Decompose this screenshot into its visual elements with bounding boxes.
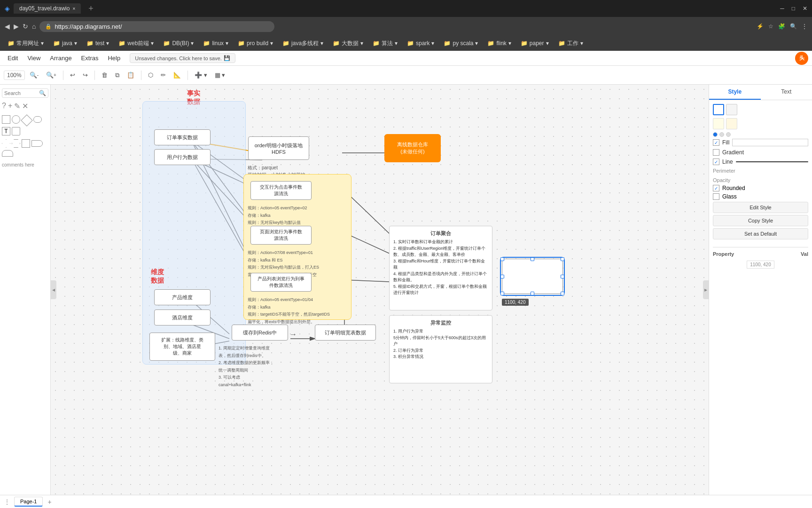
lightning-icon[interactable]: ⚡: [757, 23, 764, 30]
text-tab[interactable]: Text: [761, 85, 812, 100]
collapse-right-btn[interactable]: ▶: [703, 280, 709, 299]
shape-search-input[interactable]: [4, 90, 39, 96]
close-btn[interactable]: ✕: [803, 5, 807, 12]
canvas-area[interactable]: 事实 数据 订单事实数据 用户行为数据 order明细小时级落地HDFS 格式：…: [51, 85, 709, 495]
unsaved-changes-btn[interactable]: Unsaved changes. Click here to save. 💾: [130, 53, 235, 63]
menu-view[interactable]: View: [23, 53, 44, 64]
rounded-rect-shape[interactable]: [12, 127, 20, 135]
page-1-tab[interactable]: Page-1: [14, 497, 43, 507]
hotel-dim-box[interactable]: 酒店维度: [154, 310, 211, 325]
close-panel-icon[interactable]: ✕: [22, 102, 28, 111]
minimize-btn[interactable]: ─: [780, 5, 784, 12]
handle-mr[interactable]: [561, 275, 564, 278]
offline-warehouse-box[interactable]: 离线数据仓库(未做任何): [384, 134, 441, 162]
product-dim-box[interactable]: 产品维度: [154, 289, 211, 305]
fill-checkbox[interactable]: [713, 139, 719, 146]
redo-btn[interactable]: ↪: [80, 70, 91, 80]
browser-tab[interactable]: day05_travel.drawio ×: [14, 3, 81, 14]
extensions-icon[interactable]: 🧩: [778, 23, 785, 30]
gradient-checkbox[interactable]: [713, 149, 719, 156]
traffic-click-box[interactable]: 交互行为点击事件数源清洗: [250, 181, 312, 200]
zoom-level[interactable]: 100%: [4, 71, 25, 80]
handle-ml[interactable]: [500, 275, 504, 278]
arc-shape[interactable]: [2, 150, 13, 157]
delete-btn[interactable]: 🗑: [99, 70, 110, 80]
add-btn[interactable]: ➕ ▾: [192, 70, 210, 80]
line-checkbox[interactable]: [713, 159, 719, 165]
bookmark-db[interactable]: 📁 DB(BI) ▾: [159, 39, 197, 48]
bookmark-algo[interactable]: 📁 算法 ▾: [369, 39, 401, 48]
bookmark-bigdata[interactable]: 📁 大数据 ▾: [329, 39, 367, 48]
bookmark-probuild[interactable]: 📁 pro build ▾: [234, 39, 277, 48]
text-shape[interactable]: T: [2, 127, 10, 135]
edit-shape-icon[interactable]: ✎: [14, 102, 20, 111]
bookmark-changyong[interactable]: 📁 常用网址 ▾: [4, 39, 47, 48]
hdfs-box[interactable]: order明细小时级落地HDFS: [248, 136, 309, 160]
user-avatar[interactable]: 头: [795, 52, 808, 65]
product-list-box[interactable]: 产品列表浏览行为到事件数源清洗: [250, 273, 312, 292]
rounded-checkbox[interactable]: [713, 185, 719, 191]
bookmark-webfront[interactable]: 📁 web前端 ▾: [115, 39, 157, 48]
glass-checkbox[interactable]: [713, 193, 719, 200]
bookmark-java-thread[interactable]: 📁 java多线程 ▾: [279, 39, 327, 48]
handle-br[interactable]: [561, 292, 564, 295]
redis-box[interactable]: 缓存到Redis中: [232, 325, 288, 341]
shape-btn[interactable]: 📐: [171, 70, 184, 80]
tab-close[interactable]: ×: [72, 6, 75, 11]
selected-empty-box[interactable]: [502, 259, 563, 294]
paste-btn[interactable]: 📋: [124, 70, 137, 80]
menu-help[interactable]: Help: [104, 53, 124, 64]
add-shape-icon[interactable]: +: [8, 102, 12, 111]
order-fact-box[interactable]: 订单事实数据: [154, 129, 211, 145]
handle-bl[interactable]: [500, 292, 504, 295]
bookmark-paper[interactable]: 📁 paper ▾: [517, 39, 553, 48]
lightyellow-swatch[interactable]: [713, 118, 724, 129]
bookmark-pyscala[interactable]: 📁 py scala ▾: [440, 39, 482, 48]
copy-btn[interactable]: ⧉: [112, 70, 122, 81]
handle-tl[interactable]: [500, 257, 504, 261]
order-detail-box[interactable]: 订单明细宽表数据: [315, 325, 376, 341]
select-btn[interactable]: ⬡: [145, 70, 156, 80]
page-browse-box[interactable]: 页面浏览行为事件数源清洗: [250, 226, 312, 245]
new-tab-btn[interactable]: +: [88, 4, 94, 14]
search-icon[interactable]: 🔍: [790, 23, 797, 30]
copy-style-btn[interactable]: Copy Style: [713, 215, 808, 226]
add-page-btn[interactable]: +: [45, 497, 54, 507]
refresh-btn[interactable]: ↻: [23, 23, 28, 30]
rect-shape[interactable]: [2, 115, 10, 124]
dot-1[interactable]: [713, 132, 718, 137]
set-default-btn[interactable]: Set as Default: [713, 228, 808, 239]
dot-3[interactable]: [726, 132, 731, 137]
bookmark-spark[interactable]: 📁 spark ▾: [403, 39, 438, 48]
shape-search-row[interactable]: 🔍: [2, 88, 48, 98]
pen-btn[interactable]: ✏: [158, 70, 169, 80]
dot-2[interactable]: [719, 132, 724, 137]
menu-icon[interactable]: ⋮: [802, 23, 807, 30]
handle-tr[interactable]: [561, 257, 564, 261]
handle-tc[interactable]: [531, 257, 534, 261]
url-bar[interactable]: 🔒 https://app.diagrams.net/: [39, 21, 274, 32]
menu-extras[interactable]: Extras: [78, 53, 102, 64]
pill-shape[interactable]: [33, 116, 42, 123]
fill-color-preview[interactable]: [732, 139, 808, 146]
bookmark-work[interactable]: 📁 工作 ▾: [554, 39, 587, 48]
bookmark-java[interactable]: 📁 java ▾: [49, 39, 81, 48]
pages-menu-btn[interactable]: ⋮: [4, 498, 10, 506]
table-btn[interactable]: ▦ ▾: [212, 70, 228, 80]
diamond2-shape[interactable]: [2, 139, 10, 148]
style-tab[interactable]: Style: [709, 85, 761, 100]
home-btn[interactable]: ⌂: [32, 23, 36, 30]
edit-style-btn[interactable]: Edit Style: [713, 202, 808, 213]
star-icon[interactable]: ☆: [768, 23, 773, 30]
rect2-shape[interactable]: [22, 139, 30, 148]
circle-shape[interactable]: [12, 115, 20, 124]
collapse-left-btn[interactable]: ◀: [51, 280, 56, 299]
lightgray-swatch[interactable]: [726, 104, 737, 115]
lightorange-swatch[interactable]: [726, 118, 737, 129]
user-behavior-box[interactable]: 用户行为数据: [154, 149, 211, 165]
zoom-out-btn[interactable]: 🔍-: [27, 70, 41, 80]
bookmark-linux[interactable]: 📁 linux ▾: [199, 39, 232, 48]
callout-shape[interactable]: [31, 140, 43, 147]
zoom-in-btn[interactable]: 🔍+: [43, 70, 59, 80]
white-swatch[interactable]: [713, 104, 724, 115]
